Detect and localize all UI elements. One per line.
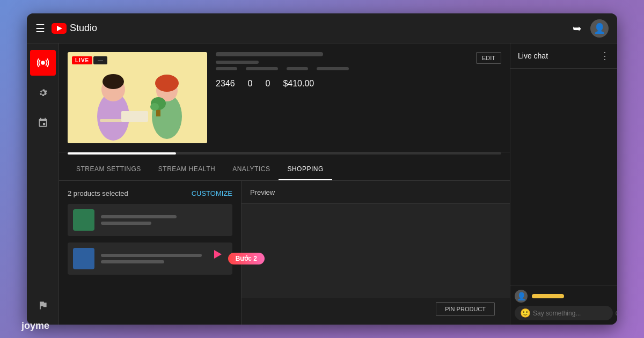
- main-layout: LIVE — EDIT: [27, 43, 617, 325]
- stat-views-value: 2346: [216, 79, 235, 89]
- pin-product-button[interactable]: PIN PRODUCT: [436, 302, 495, 316]
- tab-stream-settings[interactable]: STREAM SETTINGS: [68, 159, 150, 180]
- sidebar-item-schedule[interactable]: [30, 110, 56, 136]
- youtube-icon: [52, 23, 67, 34]
- tab-stream-health[interactable]: STREAM HEALTH: [150, 159, 224, 180]
- preview-title: Preview: [250, 188, 275, 196]
- share-icon[interactable]: ➥: [573, 22, 582, 35]
- stream-title-bar: [216, 52, 323, 56]
- product-line: [101, 222, 151, 225]
- meta-row-1: [216, 61, 501, 64]
- stat-comments: 0: [266, 79, 270, 89]
- product-thumb-2: [73, 248, 94, 269]
- yt-logo: Studio: [52, 23, 97, 34]
- product-lines-2: [101, 254, 227, 263]
- brand-watermark: joyme: [21, 320, 49, 332]
- video-thumbnail: LIVE —: [68, 52, 207, 143]
- stream-preview: LIVE — EDIT: [59, 43, 510, 152]
- chat-user-row: 👤: [515, 290, 613, 303]
- chat-area: [510, 69, 617, 285]
- stat-likes-value: 0: [248, 79, 253, 89]
- product-line: [101, 254, 202, 257]
- preview-content: [241, 204, 510, 298]
- meta-bar: [216, 67, 237, 70]
- step2-badge: Bước 2: [228, 253, 265, 264]
- progress-bar-area: [59, 152, 510, 159]
- chat-input-row: 🙂 0/200 ►: [515, 306, 613, 320]
- svg-point-0: [41, 61, 45, 64]
- right-panel: Live chat ⋮ 👤 🙂 0/200 ►: [510, 43, 617, 325]
- product-line: [101, 215, 177, 218]
- edit-button[interactable]: EDIT: [476, 52, 501, 64]
- chat-input-area: 👤 🙂 0/200 ►: [510, 285, 617, 325]
- step2-container: Bước 2: [224, 253, 265, 264]
- product-thumb-1: [73, 209, 94, 231]
- chat-text-input[interactable]: [533, 310, 613, 317]
- meta-bar: [317, 67, 349, 70]
- hamburger-icon[interactable]: ☰: [35, 22, 45, 35]
- live-badge: LIVE: [72, 56, 92, 64]
- progress-track: [68, 152, 501, 155]
- tab-analytics[interactable]: ANALYTICS: [224, 159, 279, 180]
- products-count: 2 products selected: [68, 189, 128, 197]
- product-item-1[interactable]: [68, 204, 232, 236]
- cartoon-bg: [68, 52, 207, 143]
- chat-avatar: 👤: [515, 290, 528, 303]
- chat-char-count: 0/200: [616, 310, 617, 317]
- sidebar-item-flag[interactable]: [30, 292, 56, 318]
- cursor-arrow-icon: [214, 250, 222, 259]
- stat-likes: 0: [248, 79, 253, 89]
- chat-title: Live chat: [518, 52, 548, 60]
- sidebar-item-camera[interactable]: [30, 80, 56, 106]
- left-sidebar: [27, 43, 59, 325]
- product-item-2[interactable]: Bước 2: [68, 243, 232, 275]
- stream-meta-rows: [216, 61, 501, 70]
- meta-bar: [216, 61, 259, 64]
- more-options-icon[interactable]: ⋮: [600, 50, 610, 62]
- svg-rect-12: [121, 111, 148, 122]
- svg-point-7: [155, 75, 179, 92]
- progress-fill: [68, 152, 176, 155]
- product-lines-1: [101, 215, 227, 225]
- chat-header: Live chat ⋮: [510, 43, 617, 69]
- shopping-header: 2 products selected CUSTOMIZE: [68, 189, 232, 197]
- meta-row-2: [216, 67, 501, 70]
- top-bar-right: ➥ 👤: [573, 19, 609, 38]
- stat-revenue: $410.00: [283, 79, 314, 89]
- stat-revenue-value: $410.00: [283, 79, 314, 89]
- meta-bar: [246, 67, 278, 70]
- top-bar: ☰ Studio ➥ 👤: [27, 13, 617, 43]
- product-line: [101, 260, 164, 263]
- stat-comments-value: 0: [266, 79, 270, 89]
- customize-button[interactable]: CUSTOMIZE: [192, 189, 232, 197]
- svg-point-4: [103, 74, 124, 89]
- live-duration: —: [93, 56, 107, 64]
- stream-stats: 2346 0 0 $410.00: [216, 79, 501, 89]
- user-avatar[interactable]: 👤: [590, 19, 609, 38]
- preview-header: Preview: [241, 181, 510, 204]
- svg-rect-1: [68, 52, 207, 143]
- stat-views: 2346: [216, 79, 235, 89]
- sidebar-item-live[interactable]: [30, 50, 56, 76]
- chat-user-bar: [532, 294, 564, 298]
- app-title: Studio: [70, 23, 97, 34]
- stream-info: EDIT: [216, 52, 501, 143]
- tabs-area: STREAM SETTINGS STREAM HEALTH ANALYTICS …: [59, 159, 510, 181]
- shopping-panel: 2 products selected CUSTOMIZE: [59, 181, 510, 325]
- content-area: LIVE — EDIT: [59, 43, 510, 325]
- svg-point-10: [150, 103, 159, 111]
- emoji-icon[interactable]: 🙂: [520, 308, 531, 318]
- shopping-left: 2 products selected CUSTOMIZE: [59, 181, 241, 325]
- tab-shopping[interactable]: SHOPPING: [279, 159, 332, 180]
- meta-bar: [287, 67, 308, 70]
- app-window: ☰ Studio ➥ 👤: [27, 13, 617, 325]
- preview-area: Preview PIN PRODUCT: [241, 181, 510, 325]
